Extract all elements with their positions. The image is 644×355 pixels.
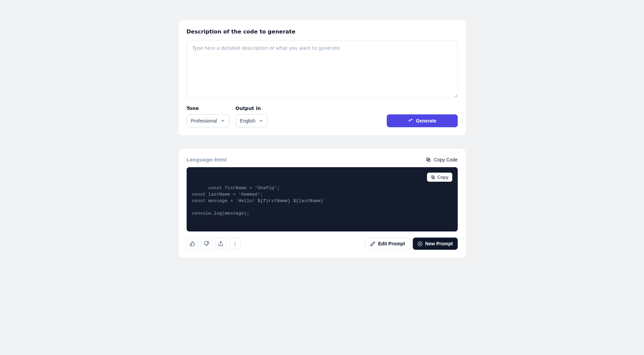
copy-icon — [426, 157, 431, 162]
copy-code-button[interactable]: Copy Code — [426, 157, 457, 162]
generate-button-label: Generate — [416, 118, 436, 124]
share-icon — [218, 241, 223, 246]
thumbs-down-icon — [204, 241, 209, 246]
svg-point-7 — [234, 245, 235, 246]
generate-button[interactable]: Generate — [387, 114, 458, 127]
code-block: Copy const fistName = 'Shafiq'; const la… — [187, 167, 458, 231]
thumbs-up-button[interactable] — [187, 238, 198, 249]
language-label: Language-html — [187, 157, 227, 162]
pencil-icon — [370, 241, 375, 246]
copy-code-label: Copy Code — [434, 157, 457, 162]
description-input[interactable] — [187, 40, 458, 98]
more-button[interactable] — [229, 238, 241, 249]
new-prompt-button[interactable]: New Prompt — [413, 238, 458, 250]
thumbs-down-button[interactable] — [201, 238, 212, 249]
tone-field: Tone Professional — [187, 106, 230, 127]
output-selected-value: English — [240, 118, 256, 124]
chevron-down-icon — [220, 118, 225, 123]
output-label: Output in — [236, 106, 268, 111]
output-card: Language-html Copy Code Copy const fistN… — [178, 149, 466, 258]
new-prompt-label: New Prompt — [425, 241, 453, 246]
output-select[interactable]: English — [236, 114, 268, 127]
sparkle-icon — [408, 118, 413, 124]
copy-badge-label: Copy — [437, 175, 449, 180]
code-content: const fistName = 'Shafiq'; const lastNam… — [192, 185, 326, 216]
footer-row: Edit Prompt New Prompt — [187, 238, 458, 250]
tone-selected-value: Professional — [191, 118, 217, 124]
svg-point-6 — [234, 243, 235, 244]
chevron-down-icon — [259, 118, 263, 123]
edit-prompt-button[interactable]: Edit Prompt — [365, 238, 410, 250]
input-card: Description of the code to generate Tone… — [178, 20, 466, 135]
share-button[interactable] — [215, 238, 226, 249]
tone-select[interactable]: Professional — [187, 114, 230, 127]
copy-badge-button[interactable]: Copy — [427, 173, 452, 182]
output-field: Output in English — [236, 106, 268, 127]
more-vertical-icon — [232, 241, 238, 246]
plus-circle-icon — [418, 241, 423, 246]
controls-row: Tone Professional Output in English — [187, 106, 458, 127]
edit-prompt-label: Edit Prompt — [378, 241, 405, 246]
output-header: Language-html Copy Code — [187, 157, 458, 162]
thumbs-up-icon — [190, 241, 195, 246]
svg-point-5 — [234, 242, 235, 243]
description-title: Description of the code to generate — [187, 28, 458, 35]
copy-icon — [431, 175, 435, 180]
tone-label: Tone — [187, 106, 230, 111]
